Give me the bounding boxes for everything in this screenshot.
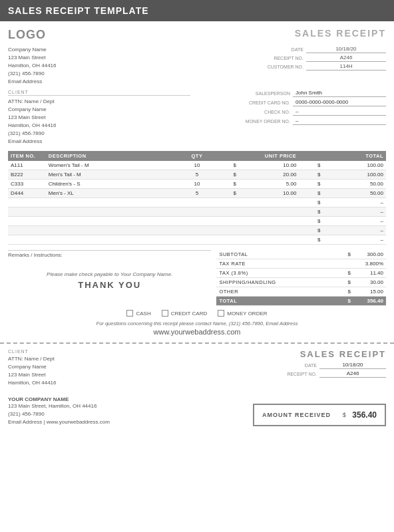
check-value: – [293,108,386,116]
totals-section: SUBTOTAL $ 300.00 TAX RATE 3.800% TAX (3… [216,250,386,306]
unit-price-cell: 5.00 [239,180,299,189]
stub-client-info: ATTN: Name / Dept Company Name 123 Main … [8,355,56,387]
item-no-cell [8,217,46,226]
unit-price-dollar: $ [212,161,239,170]
cash-checkbox[interactable] [126,310,133,317]
item-no-cell [8,198,46,207]
bottom-section: Remarks / Instructions: Please make chec… [8,250,386,306]
description-cell [46,235,182,245]
table-header-row: ITEM NO. DESCRIPTION QTY UNIT PRICE TOTA… [8,151,386,161]
contact-info: For questions concerning this receipt pl… [8,321,386,327]
date-label: DATE [250,47,303,52]
customer-no-label: CUSTOMER NO. [250,65,303,69]
table-row: B222Men's Tail - M5$20.00$100.00 [8,170,386,180]
stub-company-section: YOUR COMPANY NAME 123 Main Street, Hamil… [8,396,110,426]
col-qty: QTY [182,151,212,161]
other-row: OTHER $ 15.00 [216,287,386,297]
total-dollar: $ [299,189,323,198]
credit-card-label: CREDIT CARD NO. [249,100,290,105]
total-dollar: $ [299,226,323,235]
col-unit-price: UNIT PRICE [212,151,299,161]
cash-option[interactable]: CASH [126,310,150,317]
client-info: ATTN: Name / Dept Company Name 123 Main … [8,98,190,146]
total-cell: 100.00 [323,161,386,170]
main-receipt: LOGO SALES RECEIPT Company Name 123 Main… [0,21,394,344]
stub-date-label: DATE [305,363,317,368]
total-row: TOTAL $ 356.40 [216,297,386,306]
item-no-cell [8,235,46,245]
cash-label: CASH [136,311,150,317]
date-value: 10/18/20 [306,46,386,53]
qty-cell: 10 [182,180,212,189]
qty-cell [182,226,212,235]
credit-card-value: 0000-0000-0000-0000 [293,99,386,106]
total-cell: – [323,198,386,207]
receipt-header: LOGO SALES RECEIPT [8,28,386,42]
col-item-no: ITEM NO. [8,151,46,161]
salesperson-label: SALESPERSON [256,91,290,96]
stub-bottom: YOUR COMPANY NAME 123 Main Street, Hamil… [8,390,386,426]
stub-receipt: CLIENT ATTN: Name / Dept Company Name 12… [0,344,394,432]
stub-receipt-no-value: A246 [319,370,386,378]
total-dollar: $ [299,161,323,170]
amount-label: AMOUNT RECEIVED [262,412,331,418]
unit-price-dollar [212,207,239,217]
stub-client-label: CLIENT [8,349,56,354]
description-cell [46,198,182,207]
remarks-section: Remarks / Instructions: Please make chec… [8,250,211,306]
unit-price-cell: 10.00 [239,189,299,198]
salesperson-name: John Smith [293,90,386,97]
item-no-cell: B222 [8,170,46,180]
table-row: $– [8,235,386,245]
unit-price-cell: 10.00 [239,161,299,170]
stub-header: CLIENT ATTN: Name / Dept Company Name 12… [8,349,386,387]
unit-price-dollar [212,235,239,245]
money-order-value: – [293,118,386,125]
credit-card-option[interactable]: CREDIT CARD [162,310,208,317]
unit-price-cell [239,226,299,235]
total-dollar: $ [299,180,323,189]
description-cell [46,207,182,217]
qty-cell: 5 [182,170,212,180]
amount-value: 356.40 [352,410,377,420]
unit-price-dollar: $ [212,189,239,198]
table-row: C333Children's - S10$5.00$50.00 [8,180,386,189]
total-cell: 50.00 [323,180,386,189]
description-cell: Children's - S [46,180,182,189]
description-cell: Men's - XL [46,189,182,198]
stub-right-section: SALES RECEIPT DATE 10/18/20 RECEIPT NO. … [287,349,386,379]
credit-card-checkbox[interactable] [162,310,168,317]
stub-client-section: CLIENT ATTN: Name / Dept Company Name 12… [8,349,56,387]
tax-row: TAX (3.8%) $ 11.40 [216,269,386,278]
money-order-checkbox[interactable] [218,310,224,317]
logo: LOGO [8,28,46,42]
stub-company-info: 123 Main Street, Hamilton, OH 44416 (321… [8,402,110,426]
client-label: CLIENT [8,90,190,96]
qty-cell [182,235,212,245]
qty-cell: 5 [182,189,212,198]
salesperson-section: SALESPERSON John Smith CREDIT CARD NO. 0… [190,90,386,146]
stub-date-value: 10/18/20 [319,362,386,369]
qty-cell [182,198,212,207]
stub-receipt-no-row: RECEIPT NO. A246 [287,370,386,378]
item-no-cell [8,207,46,217]
money-order-option[interactable]: MONEY ORDER [218,310,267,317]
table-row: $– [8,226,386,235]
item-no-cell: C333 [8,180,46,189]
description-cell [46,226,182,235]
unit-price-cell [239,217,299,226]
item-no-cell: D444 [8,189,46,198]
stub-right-fields: DATE 10/18/20 RECEIPT NO. A246 [287,362,386,378]
credit-card-payment-label: CREDIT CARD [171,311,208,317]
total-cell: – [323,235,386,245]
money-order-label: MONEY ORDER NO. [246,119,290,124]
web-address: www.yourwebaddress.com [8,328,386,336]
check-label: CHECK NO. [264,110,290,114]
total-cell: 100.00 [323,170,386,180]
table-row: $– [8,217,386,226]
unit-price-cell [239,198,299,207]
total-dollar: $ [299,170,323,180]
sales-receipt-title: SALES RECEIPT [295,28,386,39]
col-total: TOTAL [299,151,386,161]
table-row: D444Men's - XL5$10.00$50.00 [8,189,386,198]
